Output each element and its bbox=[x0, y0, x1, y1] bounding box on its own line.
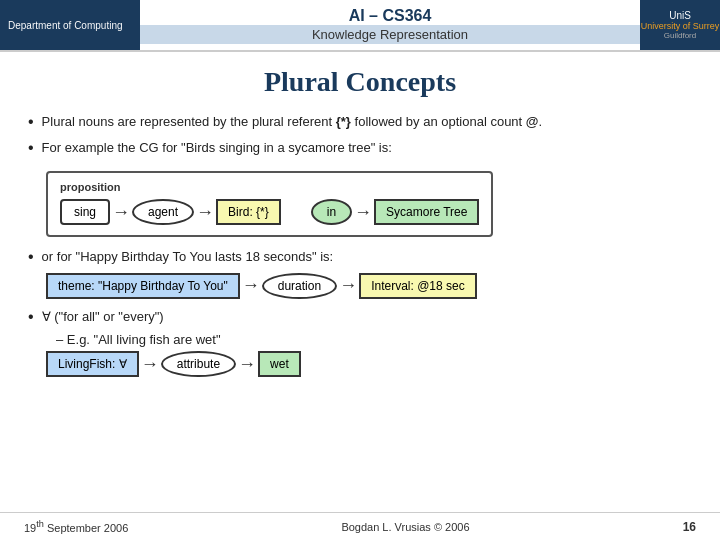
dept-logo: Department of Computing bbox=[0, 0, 140, 50]
bullet-text-4: ∀ ("for all" or "every") bbox=[42, 307, 692, 327]
node-agent: agent bbox=[132, 199, 194, 225]
dept-name: Department of Computing bbox=[8, 19, 123, 32]
node-livingfish: LivingFish: ∀ bbox=[46, 351, 139, 377]
course-title: AI – CS364 bbox=[349, 7, 432, 25]
arrow-5 bbox=[339, 275, 357, 296]
page-title: Plural Concepts bbox=[28, 66, 692, 98]
footer-author: Bogdan L. Vrusias © 2006 bbox=[341, 521, 469, 533]
bullet-1: • Plural nouns are represented by the pl… bbox=[28, 112, 692, 132]
uni-name: UniS bbox=[669, 10, 691, 21]
header: Department of Computing AI – CS364 Knowl… bbox=[0, 0, 720, 52]
bullet-dot-1: • bbox=[28, 114, 34, 130]
diagram-1: proposition sing agent Bird: {*} in Syca… bbox=[46, 171, 493, 237]
bullet-2: • For example the CG for "Birds singing … bbox=[28, 138, 692, 158]
bullet-text-2: For example the CG for "Birds singing in… bbox=[42, 138, 692, 158]
sub-bullet-1: E.g. "All living fish are wet" bbox=[56, 332, 692, 347]
diagram-3-wrapper: LivingFish: ∀ attribute wet bbox=[46, 351, 692, 377]
uni-full: University of Surrey bbox=[641, 21, 720, 31]
uni-logo: UniS University of Surrey Guildford bbox=[640, 0, 720, 50]
diagram-2-row: theme: "Happy Birthday To You" duration … bbox=[46, 273, 692, 299]
node-theme: theme: "Happy Birthday To You" bbox=[46, 273, 240, 299]
diagram-3-row: LivingFish: ∀ attribute wet bbox=[46, 351, 692, 377]
arrow-2 bbox=[196, 202, 214, 223]
bullet-4: • ∀ ("for all" or "every") bbox=[28, 307, 692, 327]
bullet-3: • or for "Happy Birthday To You lasts 18… bbox=[28, 247, 692, 267]
arrow-3 bbox=[354, 202, 372, 223]
header-center: AI – CS364 Knowledge Representation bbox=[140, 0, 640, 50]
bullet-dot-3: • bbox=[28, 249, 34, 265]
bullet-text-3: or for "Happy Birthday To You lasts 18 s… bbox=[42, 247, 692, 267]
footer-date: 19th September 2006 bbox=[24, 519, 128, 534]
diagram-1-row: sing agent Bird: {*} in Sycamore Tree bbox=[60, 199, 479, 225]
bullet-text-1: Plural nouns are represented by the plur… bbox=[42, 112, 692, 132]
node-duration: duration bbox=[262, 273, 337, 299]
arrow-4 bbox=[242, 275, 260, 296]
course-subtitle: Knowledge Representation bbox=[140, 25, 640, 44]
node-sing: sing bbox=[60, 199, 110, 225]
footer-page: 16 bbox=[683, 520, 696, 534]
node-in: in bbox=[311, 199, 352, 225]
node-wet: wet bbox=[258, 351, 301, 377]
bullet-dot-2: • bbox=[28, 140, 34, 156]
arrow-7 bbox=[238, 354, 256, 375]
main-content: Plural Concepts • Plural nouns are repre… bbox=[0, 52, 720, 385]
arrow-1 bbox=[112, 202, 130, 223]
node-attribute: attribute bbox=[161, 351, 236, 377]
diagram-2-wrapper: theme: "Happy Birthday To You" duration … bbox=[46, 273, 692, 299]
arrow-6 bbox=[141, 354, 159, 375]
node-sycamore: Sycamore Tree bbox=[374, 199, 479, 225]
bullet-dot-4: • bbox=[28, 309, 34, 325]
footer: 19th September 2006 Bogdan L. Vrusias © … bbox=[0, 512, 720, 540]
node-bird: Bird: {*} bbox=[216, 199, 281, 225]
diagram-1-label: proposition bbox=[60, 181, 479, 193]
uni-city: Guildford bbox=[664, 31, 696, 40]
node-interval: Interval: @18 sec bbox=[359, 273, 477, 299]
